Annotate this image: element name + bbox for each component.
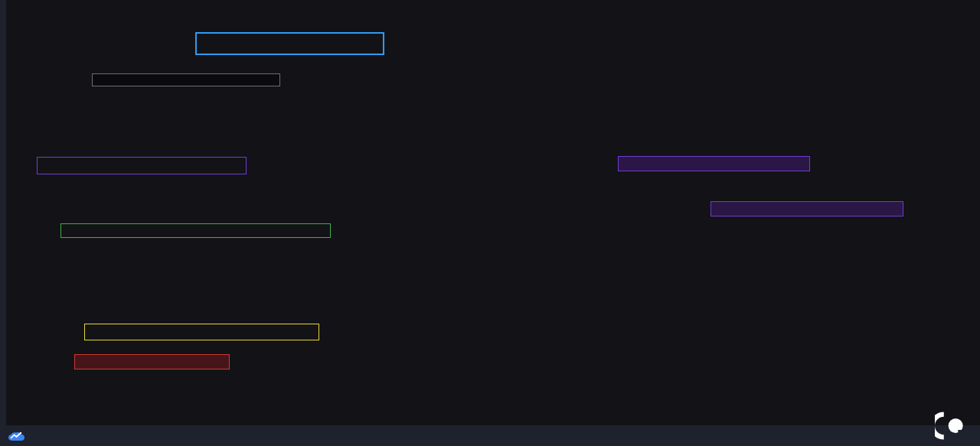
nvt-golden-cross-label-box[interactable] [37,157,247,174]
cryptoquant-icon [935,412,964,440]
tradingview-icon [8,430,25,442]
cryptoquant-chart-app [0,0,980,446]
underpriced-label-box[interactable] [710,201,903,216]
tradingview-logo-link[interactable] [8,430,30,442]
hashrate-label-box[interactable] [74,354,230,369]
left-margin-strip [0,0,6,425]
footer-bar [0,425,980,446]
overpriced-label-box[interactable] [618,156,810,171]
cryptoquant-watermark [935,412,971,440]
active-addresses-label-box[interactable] [60,223,331,238]
bullrun-range-box[interactable] [92,73,280,86]
total-transaction-label-box[interactable] [84,324,319,340]
btc-price-label-box[interactable] [195,32,384,55]
